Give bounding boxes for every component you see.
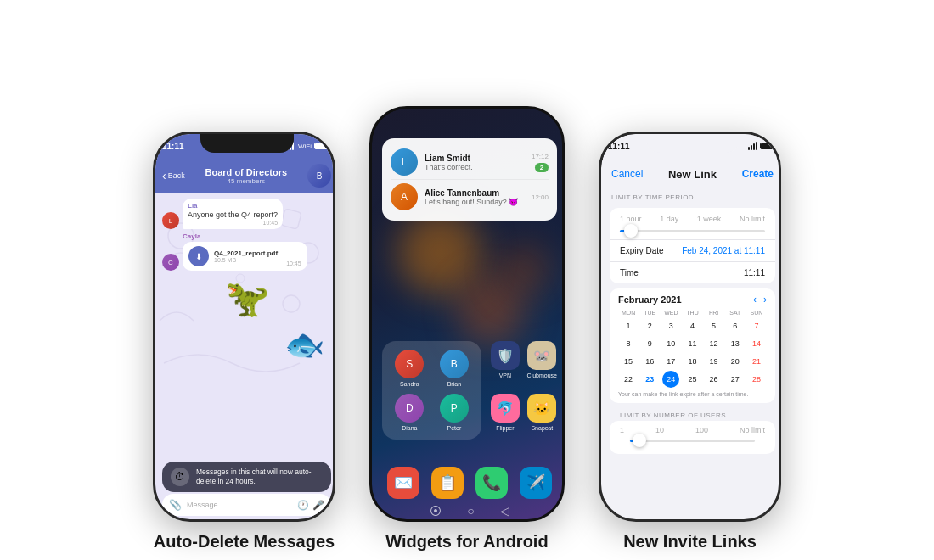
calendar-day[interactable]: 11 <box>684 335 700 352</box>
calendar-day[interactable]: 5 <box>706 317 723 334</box>
next-month-button[interactable]: › <box>763 294 767 305</box>
prev-month-button[interactable]: ‹ <box>753 294 757 305</box>
contact-name: Sandra <box>400 381 419 387</box>
calendar-day[interactable]: 14 <box>748 335 765 352</box>
section-label-users: LIMIT BY NUMBER OF USERS <box>610 408 775 421</box>
message-input[interactable]: Message <box>187 501 292 509</box>
calendar-day[interactable]: 28 <box>748 371 765 388</box>
time-value[interactable]: 11:11 <box>744 268 765 277</box>
calendar-day[interactable]: 27 <box>727 371 744 388</box>
calendar-day[interactable]: 25 <box>684 371 700 388</box>
create-button[interactable]: Create <box>742 168 774 180</box>
users-slider[interactable] <box>630 440 755 442</box>
notes-dock-icon[interactable]: 📋 <box>431 467 464 499</box>
phones-row: 11:11 WiFi <box>127 0 807 560</box>
phone1-frame: 11:11 WiFi <box>153 132 335 522</box>
back-button[interactable]: ‹ Back <box>162 169 185 182</box>
message-text: Anyone got the Q4 report? <box>188 210 278 219</box>
file-bubble[interactable]: ⬇ Q4_2021_report.pdf 10.5 MB 10:45 <box>183 242 307 271</box>
apps-widget: 🛡️ VPN 🐭 Clubmouse 🐬 Flipper <box>490 341 557 440</box>
sender-name: Lia <box>188 202 278 210</box>
calendar-day[interactable]: 18 <box>684 353 700 370</box>
chat-header: ‹ Back Board of Directors 45 members B <box>155 158 335 193</box>
avatar: D <box>395 394 424 423</box>
time-slider[interactable] <box>620 230 765 232</box>
calendar-day[interactable]: 7 <box>748 317 765 334</box>
status-time: 11:11 <box>608 142 630 151</box>
calendar-day[interactable]: 3 <box>662 317 679 334</box>
flipper-app-icon[interactable]: 🐬 <box>491 394 520 423</box>
chat-content: L Lia Anyone got the Q4 report? 10:45 C <box>155 193 335 368</box>
unread-badge: 2 <box>535 163 549 172</box>
auto-delete-banner: ⏱ Messages in this chat will now auto-de… <box>162 462 331 492</box>
contact-item[interactable]: D Diana <box>391 394 429 431</box>
contacts-widget[interactable]: S Sandra B Brian D Diana <box>382 341 481 440</box>
table-row: C Cayla ⬇ Q4_2021_report.pdf 10.5 MB <box>162 232 331 271</box>
calendar-day[interactable]: 20 <box>727 353 744 370</box>
phone3-section: 11:11 Cancel <box>599 132 781 560</box>
app-icon-vpn[interactable]: 🛡️ VPN <box>490 341 520 387</box>
clock-icon[interactable]: 🕐 <box>297 500 309 511</box>
calendar-day[interactable]: 12 <box>706 335 723 352</box>
email-dock-icon[interactable]: ✉️ <box>387 467 419 499</box>
snapcat-app-icon[interactable]: 🐱 <box>527 394 556 423</box>
notif-meta: 12:00 <box>532 193 549 201</box>
calendar-day[interactable]: 6 <box>727 317 744 334</box>
calendar-day[interactable]: 21 <box>748 353 765 370</box>
app-icon-snapcat[interactable]: 🐱 Snapcat <box>527 394 557 440</box>
calendar-day[interactable]: 22 <box>620 371 637 388</box>
phone2-section: L Liam Smidt That's correct. 17:12 2 <box>369 106 565 560</box>
expiry-value[interactable]: Feb 24, 2021 at 11:11 <box>682 246 765 255</box>
time-row: Time 11:11 <box>610 261 775 283</box>
calendar-day[interactable]: 15 <box>620 353 637 370</box>
download-icon[interactable]: ⬇ <box>188 246 209 266</box>
table-row: L Lia Anyone got the Q4 report? 10:45 <box>162 199 331 229</box>
calendar-day[interactable]: 8 <box>620 335 637 352</box>
notif-content: Alice Tannenbaum Let's hang out! Sunday?… <box>425 188 525 206</box>
message-preview: That's correct. <box>425 163 525 171</box>
calendar-day[interactable]: 9 <box>641 335 658 352</box>
calendar-day[interactable]: 4 <box>684 317 700 334</box>
app-icon-flipper[interactable]: 🐬 Flipper <box>490 394 520 440</box>
calendar-day[interactable]: 10 <box>662 335 679 352</box>
calendar-day[interactable]: 17 <box>662 353 679 370</box>
attachment-icon[interactable]: 📎 <box>169 499 182 511</box>
back-nav-button[interactable]: ⦿ <box>430 504 442 518</box>
calendar-day[interactable]: 13 <box>727 335 744 352</box>
calendar-day[interactable]: 1 <box>620 317 637 334</box>
contact-name: Peter <box>447 425 462 431</box>
app-label: Clubmouse <box>527 372 557 378</box>
phone-dock-icon[interactable]: 📞 <box>475 467 508 499</box>
avatar: C <box>162 254 179 271</box>
sticker-display: 🦖 <box>162 274 331 322</box>
avatar: L <box>162 212 179 229</box>
cancel-button[interactable]: Cancel <box>611 168 643 180</box>
calendar-day[interactable]: 2 <box>641 317 658 334</box>
mic-icon[interactable]: 🎤 <box>312 500 324 511</box>
sender-name: Cayla <box>183 232 307 240</box>
calendar-day-today[interactable]: 24 <box>662 371 679 388</box>
contact-item[interactable]: B Brian <box>436 350 474 387</box>
day-header: WED <box>661 309 681 316</box>
slider-thumb[interactable] <box>624 224 638 238</box>
calendar-day[interactable]: 26 <box>706 371 723 388</box>
clubmouse-app-icon[interactable]: 🐭 <box>527 341 556 370</box>
recents-nav-button[interactable]: ◁ <box>500 504 509 518</box>
page-title: New Link <box>668 168 717 181</box>
avatar: A <box>391 183 418 210</box>
app-icon-clubmouse[interactable]: 🐭 Clubmouse <box>527 341 557 387</box>
users-slider-thumb[interactable] <box>633 434 646 447</box>
contact-item[interactable]: S Sandra <box>391 350 429 387</box>
calendar-header: February 2021 ‹ › <box>618 294 767 305</box>
avatar: B <box>440 350 469 378</box>
contact-item[interactable]: P Peter <box>436 394 474 431</box>
phone2-caption: Widgets for Android <box>385 532 548 560</box>
phone2-frame: L Liam Smidt That's correct. 17:12 2 <box>369 106 565 522</box>
calendar-day-selected[interactable]: 23 <box>641 371 658 388</box>
calendar-day[interactable]: 19 <box>706 353 723 370</box>
calendar-day[interactable]: 16 <box>641 353 658 370</box>
telegram-dock-icon[interactable]: ✈️ <box>520 467 552 499</box>
home-nav-button[interactable]: ○ <box>467 504 474 518</box>
avatar: P <box>440 394 469 423</box>
vpn-app-icon[interactable]: 🛡️ <box>491 341 520 370</box>
